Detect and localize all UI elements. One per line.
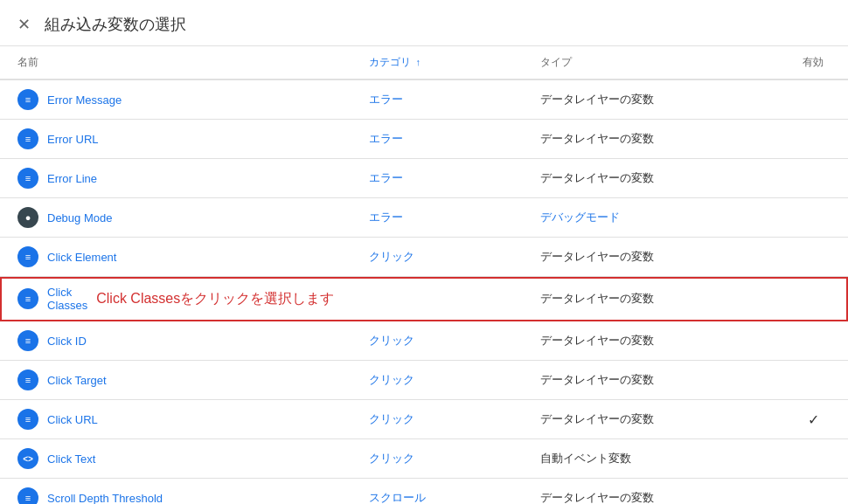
category-cell: クリック <box>351 361 523 400</box>
row-name-link[interactable]: Click Text <box>47 452 95 466</box>
tooltip-text: Click Classesをクリックを選択します <box>96 290 334 308</box>
type-value: データレイヤーの変数 <box>540 334 654 347</box>
name-cell: ≡ Click ID <box>0 321 351 361</box>
category-cell: エラー <box>351 120 523 159</box>
row-icon: ≡ <box>17 288 38 309</box>
category-cell: クリック <box>351 321 523 361</box>
col-header-category[interactable]: カテゴリ ↑ <box>351 46 523 79</box>
type-cell: データレイヤーの変数 <box>523 79 779 120</box>
category-cell: クリック <box>351 400 523 439</box>
table-row[interactable]: <> Click Text クリック自動イベント変数 <box>0 439 848 479</box>
enabled-cell: ✓ <box>779 400 848 439</box>
table-row[interactable]: ≡ Click Target クリックデータレイヤーの変数 <box>0 361 848 400</box>
name-cell: ≡ Click Classes Click Classesをクリックを選択します <box>0 277 351 321</box>
doc-icon: ≡ <box>25 414 31 425</box>
row-name-link[interactable]: Click Element <box>47 251 116 264</box>
type-cell: データレイヤーの変数 <box>523 479 779 505</box>
category-value: エラー <box>369 132 403 145</box>
name-cell: ≡ Error URL <box>0 120 351 159</box>
col-header-enabled: 有効 <box>779 46 848 79</box>
row-name-link[interactable]: Click ID <box>47 335 87 348</box>
enabled-cell <box>779 361 848 400</box>
enabled-cell <box>779 79 848 120</box>
type-value: 自動イベント変数 <box>540 452 631 465</box>
category-value: エラー <box>369 211 403 224</box>
table-row[interactable]: ≡ Click Classes Click Classesをクリックを選択します… <box>0 277 848 321</box>
table-row[interactable]: ≡ Error Message エラーデータレイヤーの変数 <box>0 79 848 120</box>
table-row[interactable]: ≡ Click Element クリックデータレイヤーの変数 <box>0 238 848 277</box>
table-header-row: 名前 カテゴリ ↑ タイプ 有効 <box>0 46 848 79</box>
category-value: クリック <box>369 452 414 465</box>
row-name-link[interactable]: Click Target <box>47 374 107 387</box>
row-icon: ≡ <box>17 89 38 110</box>
row-icon: ≡ <box>17 409 38 430</box>
row-icon: ≡ <box>17 369 38 390</box>
col-header-type[interactable]: タイプ <box>523 46 779 79</box>
row-name-link[interactable]: Scroll Depth Threshold <box>47 492 163 505</box>
type-value: データレイヤーの変数 <box>540 93 654 106</box>
doc-icon: ≡ <box>25 335 31 346</box>
type-cell: データレイヤーの変数 <box>523 400 779 439</box>
doc-icon: ≡ <box>25 493 31 503</box>
doc-icon: ≡ <box>25 293 31 304</box>
type-cell: データレイヤーの変数 <box>523 277 779 321</box>
table-row[interactable]: ≡ Error URL エラーデータレイヤーの変数 <box>0 120 848 159</box>
category-cell: エラー <box>351 79 523 120</box>
row-icon: ≡ <box>17 128 38 149</box>
row-name-link[interactable]: Debug Mode <box>47 211 112 224</box>
type-cell: データレイヤーの変数 <box>523 361 779 400</box>
row-name-link[interactable]: Error Message <box>47 93 122 107</box>
row-icon: ≡ <box>17 487 38 504</box>
enabled-cell <box>779 321 848 361</box>
category-value: エラー <box>369 171 403 184</box>
category-value: エラー <box>369 93 403 106</box>
doc-icon: ≡ <box>25 252 31 262</box>
row-icon: <> <box>17 448 38 469</box>
sort-arrow-icon: ↑ <box>416 57 421 67</box>
col-header-name[interactable]: 名前 <box>0 46 351 79</box>
name-cell: ≡ Click URL <box>0 400 351 439</box>
row-icon: ● <box>17 207 38 228</box>
table-row[interactable]: ≡ Scroll Depth Threshold スクロールデータレイヤーの変数 <box>0 479 848 505</box>
type-cell: データレイヤーの変数 <box>523 238 779 277</box>
type-value: データレイヤーの変数 <box>540 250 654 263</box>
table-row[interactable]: ≡ Click URL クリックデータレイヤーの変数✓ <box>0 400 848 439</box>
row-icon: ≡ <box>17 330 38 351</box>
name-cell: ≡ Click Element <box>0 238 351 277</box>
row-name-link[interactable]: Click Classes <box>47 286 87 312</box>
type-cell: データレイヤーの変数 <box>523 159 779 198</box>
category-cell: クリック <box>351 439 523 479</box>
close-button[interactable]: ✕ <box>17 17 31 32</box>
name-cell: ≡ Scroll Depth Threshold <box>0 479 351 505</box>
type-value: データレイヤーの変数 <box>540 132 654 145</box>
table-row[interactable]: ≡ Error Line エラーデータレイヤーの変数 <box>0 159 848 198</box>
name-cell: ≡ Click Target <box>0 361 351 400</box>
type-cell: データレイヤーの変数 <box>523 321 779 361</box>
name-cell: ● Debug Mode <box>0 198 351 238</box>
type-value: データレイヤーの変数 <box>540 373 654 386</box>
row-name-link[interactable]: Error URL <box>47 133 99 146</box>
enabled-cell <box>779 479 848 505</box>
type-cell: データレイヤーの変数 <box>523 120 779 159</box>
category-cell: スクロール <box>351 479 523 505</box>
name-cell: ≡ Error Line <box>0 159 351 198</box>
enabled-cell <box>779 159 848 198</box>
row-icon: ≡ <box>17 168 38 189</box>
name-cell: ≡ Error Message <box>0 79 351 120</box>
category-cell: クリック <box>351 238 523 277</box>
dialog-header: ✕ 組み込み変数の選択 <box>0 0 848 46</box>
type-value: デバッグモード <box>540 211 620 224</box>
table-row[interactable]: ● Debug Mode エラーデバッグモード <box>0 198 848 238</box>
category-cell: エラー <box>351 159 523 198</box>
doc-icon: ≡ <box>25 173 31 183</box>
checkmark-icon: ✓ <box>808 412 819 427</box>
enabled-cell <box>779 198 848 238</box>
dialog-title: 組み込み変数の選択 <box>45 14 186 35</box>
table-row[interactable]: ≡ Click ID クリックデータレイヤーの変数 <box>0 321 848 361</box>
row-name-link[interactable]: Error Line <box>47 172 97 185</box>
category-value: クリック <box>369 412 414 425</box>
type-value: データレイヤーの変数 <box>540 292 654 305</box>
row-name-link[interactable]: Click URL <box>47 413 98 426</box>
type-value: データレイヤーの変数 <box>540 491 654 504</box>
type-cell: デバッグモード <box>523 198 779 238</box>
